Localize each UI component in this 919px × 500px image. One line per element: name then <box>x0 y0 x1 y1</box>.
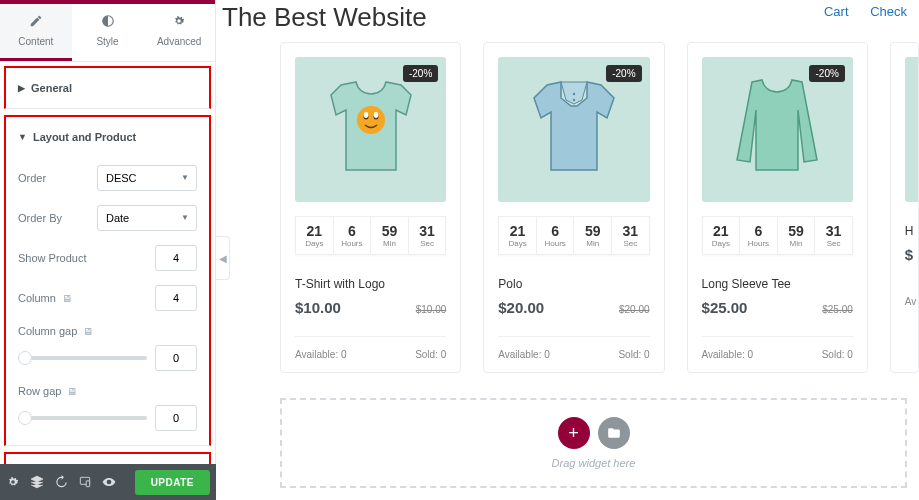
longsleeve-icon <box>722 70 832 190</box>
desktop-icon: 🖥 <box>83 326 93 337</box>
product-image <box>905 57 919 202</box>
nav-check[interactable]: Check <box>870 4 907 19</box>
product-image: -20% <box>295 57 446 202</box>
folder-icon <box>607 426 621 440</box>
section-general-label: General <box>31 82 72 94</box>
tab-advanced-label: Advanced <box>157 36 201 47</box>
orderby-select[interactable]: Date <box>97 205 197 231</box>
bottom-toolbar: UPDATE <box>0 464 216 500</box>
desktop-icon: 🖥 <box>62 293 72 304</box>
product-image: -20% <box>702 57 853 202</box>
section-layout-label: Layout and Product <box>33 131 136 143</box>
rowgap-slider[interactable] <box>18 416 147 420</box>
show-product-label: Show Product <box>18 252 155 264</box>
product-image: -20% <box>498 57 649 202</box>
order-select[interactable]: DESC <box>97 165 197 191</box>
widget-drop-zone[interactable]: + Drag widget here <box>280 398 907 488</box>
product-card[interactable]: H $ Av <box>890 42 919 373</box>
product-card[interactable]: -20% 21Days 6Hours 59Min 31Sec T-Shirt w… <box>280 42 461 373</box>
orderby-label: Order By <box>18 212 97 224</box>
svg-point-9 <box>573 98 575 100</box>
show-product-input[interactable] <box>155 245 197 271</box>
rowgap-label: Row gap🖥 <box>18 385 77 397</box>
navigator-icon[interactable] <box>30 475 44 489</box>
gear-icon <box>172 14 186 28</box>
section-general[interactable]: ▶ General <box>6 68 209 108</box>
sold-text: Sold: 0 <box>822 349 853 360</box>
svg-point-8 <box>573 92 575 94</box>
column-label: Column🖥 <box>18 292 155 304</box>
svg-point-7 <box>373 112 377 118</box>
sold-text: Sold: 0 <box>618 349 649 360</box>
header-nav: Cart Check <box>806 4 907 19</box>
product-price: $25.00 <box>702 299 748 316</box>
style-icon <box>101 14 115 28</box>
template-library-button[interactable] <box>598 417 630 449</box>
countdown: 21Days 6Hours 59Min 31Sec <box>295 216 446 255</box>
product-card[interactable]: -20% 21Days 6Hours 59Min 31Sec Polo $20.… <box>483 42 664 373</box>
countdown: 21Days 6Hours 59Min 31Sec <box>702 216 853 255</box>
product-name: Long Sleeve Tee <box>702 277 853 291</box>
tab-advanced[interactable]: Advanced <box>143 4 215 61</box>
tab-content-label: Content <box>18 36 53 47</box>
svg-point-6 <box>363 112 367 118</box>
colgap-slider[interactable] <box>18 356 147 360</box>
colgap-input[interactable] <box>155 345 197 371</box>
discount-badge: -20% <box>809 65 844 82</box>
product-old-price: $10.00 <box>416 304 447 315</box>
product-price: $ <box>905 246 913 263</box>
desktop-icon: 🖥 <box>67 386 77 397</box>
settings-icon[interactable] <box>6 475 20 489</box>
preview-icon[interactable] <box>102 475 116 489</box>
nav-cart[interactable]: Cart <box>824 4 849 19</box>
colgap-label: Column gap🖥 <box>18 325 93 337</box>
product-name: T-Shirt with Logo <box>295 277 446 291</box>
pencil-icon <box>29 14 43 28</box>
countdown: 21Days 6Hours 59Min 31Sec <box>498 216 649 255</box>
caret-down-icon: ▼ <box>18 132 27 142</box>
caret-right-icon: ▶ <box>18 83 25 93</box>
column-input[interactable] <box>155 285 197 311</box>
svg-point-3 <box>357 106 385 134</box>
product-card[interactable]: -20% 21Days 6Hours 59Min 31Sec Long Slee… <box>687 42 868 373</box>
svg-rect-2 <box>86 481 90 487</box>
available-text: Av <box>905 296 917 307</box>
update-button[interactable]: UPDATE <box>135 470 210 495</box>
polo-icon <box>519 70 629 190</box>
product-old-price: $20.00 <box>619 304 650 315</box>
history-icon[interactable] <box>54 475 68 489</box>
editor-tabs: Content Style Advanced <box>0 4 215 62</box>
order-label: Order <box>18 172 97 184</box>
tab-style[interactable]: Style <box>72 4 144 61</box>
discount-badge: -20% <box>606 65 641 82</box>
available-text: Available: 0 <box>702 349 754 360</box>
add-widget-button[interactable]: + <box>558 417 590 449</box>
available-text: Available: 0 <box>295 349 347 360</box>
discount-badge: -20% <box>403 65 438 82</box>
product-old-price: $25.00 <box>822 304 853 315</box>
section-layout[interactable]: ▼ Layout and Product <box>6 117 209 157</box>
product-grid: -20% 21Days 6Hours 59Min 31Sec T-Shirt w… <box>280 42 919 373</box>
sold-text: Sold: 0 <box>415 349 446 360</box>
responsive-icon[interactable] <box>78 475 92 489</box>
tab-style-label: Style <box>96 36 118 47</box>
product-name: Polo <box>498 277 649 291</box>
product-price: $20.00 <box>498 299 544 316</box>
rowgap-input[interactable] <box>155 405 197 431</box>
tshirt-logo-icon <box>316 70 426 190</box>
tab-content[interactable]: Content <box>0 4 72 61</box>
drop-zone-text: Drag widget here <box>552 457 636 469</box>
available-text: Available: 0 <box>498 349 550 360</box>
product-price: $10.00 <box>295 299 341 316</box>
